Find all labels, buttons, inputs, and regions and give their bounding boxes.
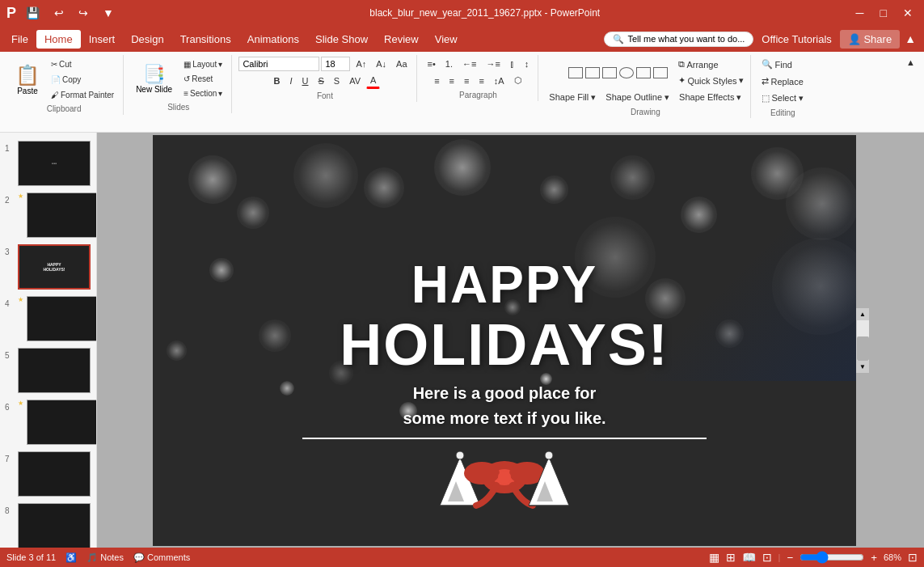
tell-me-box[interactable]: 🔍 Tell me what you want to do... [604, 32, 753, 47]
vertical-scrollbar[interactable]: ▲ ▼ [856, 308, 868, 373]
slide-thumb-6[interactable]: 6 ★ [3, 398, 93, 446]
layout-button[interactable]: ▦ Layout ▾ [179, 57, 226, 71]
reading-view-button[interactable]: 📖 [742, 551, 756, 564]
menu-file[interactable]: File [3, 30, 36, 49]
underline-button[interactable]: U [298, 74, 313, 88]
slide-panel[interactable]: 1 ▪▪▪ 2 ★ 3 HAPPYHOLIDAYS! 4 ★ [0, 133, 97, 548]
zoom-out-button[interactable]: − [787, 552, 793, 564]
zoom-in-button[interactable]: + [871, 552, 877, 564]
shape-effects-button[interactable]: Shape Effects ▾ [675, 90, 745, 105]
menu-design[interactable]: Design [123, 30, 171, 49]
bullets-button[interactable]: ≡• [424, 57, 440, 71]
slide-thumb-7[interactable]: 7 [3, 450, 93, 498]
menu-slideshow[interactable]: Slide Show [307, 30, 376, 49]
quick-styles-button[interactable]: ✦ Quick Styles ▾ [674, 73, 723, 88]
font-color-button[interactable]: A [366, 73, 380, 89]
undo-button[interactable]: ↩ [49, 5, 69, 21]
shape-callout[interactable] [653, 67, 668, 78]
menu-insert[interactable]: Insert [81, 30, 124, 49]
numbering-button[interactable]: 1. [441, 57, 457, 71]
menu-review[interactable]: Review [376, 30, 427, 49]
align-center-button[interactable]: ≡ [445, 74, 458, 88]
columns-button[interactable]: ⫿ [506, 57, 519, 71]
slide-img-6[interactable] [27, 400, 97, 445]
shape-circle[interactable] [619, 67, 634, 78]
shape-rect[interactable] [568, 67, 583, 78]
redo-button[interactable]: ↪ [74, 5, 93, 21]
scroll-thumb[interactable] [857, 336, 869, 361]
slide-thumb-3[interactable]: 3 HAPPYHOLIDAYS! [3, 243, 93, 291]
minimize-button[interactable]: ─ [851, 5, 869, 21]
close-button[interactable]: ✕ [898, 5, 918, 21]
customize-qat-button[interactable]: ▼ [98, 5, 119, 21]
font-size-input[interactable] [321, 57, 350, 71]
arrange-button[interactable]: ⧉ Arrange [674, 57, 723, 72]
menu-transitions[interactable]: Transitions [172, 30, 239, 49]
share-button[interactable]: 👤 Share [840, 30, 900, 49]
normal-view-button[interactable]: ▦ [709, 551, 719, 564]
save-button[interactable]: 💾 [21, 5, 44, 21]
paste-button[interactable]: 📋 Paste [10, 57, 45, 102]
clear-format-button[interactable]: Aa [392, 57, 411, 71]
italic-button[interactable]: I [285, 74, 296, 88]
find-button[interactable]: 🔍 Find [757, 57, 808, 72]
scroll-down-button[interactable]: ▼ [857, 361, 869, 373]
shadow-button[interactable]: S [330, 74, 344, 88]
increase-indent-button[interactable]: →≡ [482, 57, 504, 71]
shape-outline-button[interactable]: Shape Outline ▾ [601, 90, 673, 105]
spacing-button[interactable]: AV [345, 74, 365, 88]
format-painter-button[interactable]: 🖌 Format Painter [47, 87, 118, 102]
slide-img-1[interactable]: ▪▪▪ [18, 141, 91, 186]
shape-fill-button[interactable]: Shape Fill ▾ [545, 90, 600, 105]
fit-window-button[interactable]: ⊡ [908, 551, 918, 564]
menu-view[interactable]: View [427, 30, 466, 49]
select-button[interactable]: ⬚ Select ▾ [757, 91, 808, 106]
shape-triangle[interactable] [636, 67, 651, 78]
shape-line[interactable] [585, 67, 600, 78]
ribbon-expand-button[interactable]: ▲ [902, 55, 919, 70]
copy-button[interactable]: 📄 Copy [47, 72, 118, 87]
line-spacing-button[interactable]: ↕ [521, 57, 534, 71]
font-name-input[interactable] [238, 57, 319, 71]
slide-canvas[interactable]: HAPPY HOLIDAYS! Here is a good place for… [153, 135, 856, 546]
decrease-indent-button[interactable]: ←≡ [458, 57, 480, 71]
section-button[interactable]: ≡ Section ▾ [179, 86, 226, 100]
slide-thumb-8[interactable]: 8 [3, 501, 93, 548]
decrease-font-button[interactable]: A↓ [372, 57, 390, 71]
slide-sorter-button[interactable]: ⊞ [726, 551, 736, 564]
menu-animations[interactable]: Animations [239, 30, 307, 49]
slide-img-4[interactable] [27, 296, 97, 341]
slide-thumb-5[interactable]: 5 [3, 346, 93, 395]
slide-img-8[interactable] [18, 503, 91, 548]
notes-button[interactable]: 🎵 Notes [86, 552, 124, 563]
comments-button[interactable]: 💬 Comments [133, 552, 190, 563]
slide-thumb-1[interactable]: 1 ▪▪▪ [3, 139, 93, 188]
ribbon-collapse-button[interactable]: ▲ [900, 31, 921, 47]
slide-img-7[interactable] [18, 451, 91, 497]
justify-button[interactable]: ≡ [475, 74, 487, 88]
slide-show-button[interactable]: ⊡ [762, 551, 772, 564]
scroll-track[interactable] [857, 320, 869, 361]
menu-home[interactable]: Home [36, 30, 81, 49]
slide-thumb-4[interactable]: 4 ★ [3, 294, 93, 343]
slide-img-3[interactable]: HAPPYHOLIDAYS! [18, 244, 91, 290]
shape-arrow[interactable] [602, 67, 617, 78]
align-right-button[interactable]: ≡ [460, 74, 473, 88]
text-direction-button[interactable]: ↕A [490, 74, 508, 88]
replace-button[interactable]: ⇄ Replace [757, 74, 808, 89]
increase-font-button[interactable]: A↑ [352, 57, 370, 71]
slide-img-2[interactable] [27, 193, 97, 238]
slide-thumb-2[interactable]: 2 ★ [3, 191, 93, 239]
scroll-up-button[interactable]: ▲ [857, 308, 869, 320]
cut-button[interactable]: ✂ Cut [47, 57, 118, 71]
reset-button[interactable]: ↺ Reset [179, 71, 226, 86]
smartart-button[interactable]: ⬡ [510, 73, 526, 88]
maximize-button[interactable]: □ [875, 5, 892, 21]
zoom-slider[interactable] [800, 551, 864, 564]
strikethrough-button[interactable]: S [314, 74, 327, 88]
slide-img-5[interactable] [18, 348, 91, 393]
bold-button[interactable]: B [270, 74, 285, 88]
office-tutorials-link[interactable]: Office Tutorials [753, 30, 839, 49]
align-left-button[interactable]: ≡ [430, 74, 443, 88]
new-slide-button[interactable]: 📑 New Slide [130, 57, 178, 100]
